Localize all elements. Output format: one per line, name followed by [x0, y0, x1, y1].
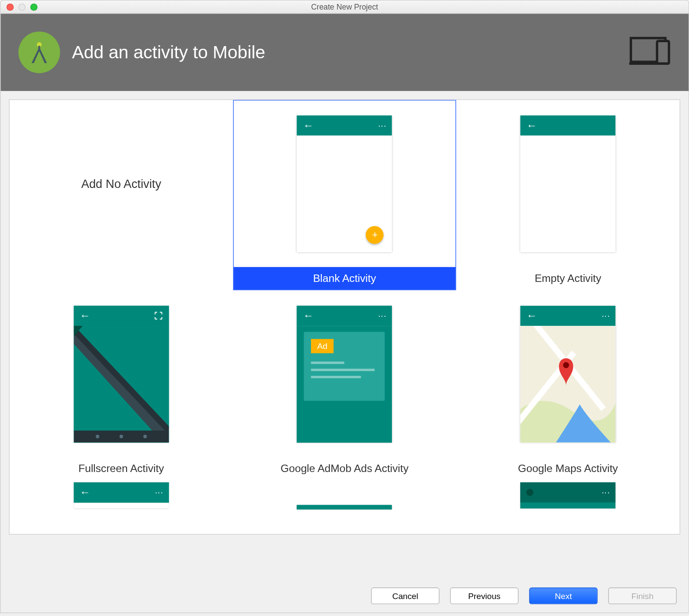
overflow-menu-icon: ⋮	[602, 489, 611, 496]
overflow-menu-icon: ⋮	[602, 312, 611, 319]
android-studio-logo-icon	[18, 31, 60, 73]
svg-point-11	[120, 435, 123, 438]
back-arrow-icon: ←	[526, 119, 537, 132]
activity-gallery: Add No Activity · ← ⋮ +	[9, 99, 680, 535]
wizard-footer: Cancel Previous Next Finish	[0, 579, 689, 613]
activity-option-partial[interactable]: ⋮	[456, 481, 680, 510]
back-arrow-icon: ←	[80, 486, 90, 499]
next-button[interactable]: Next	[529, 588, 598, 604]
dialog-window: Create New Project Add an activity to Mo…	[0, 0, 689, 613]
back-arrow-icon: ←	[303, 310, 314, 322]
activity-option-partial[interactable]: ← ⋮	[10, 481, 233, 510]
activity-option-google-maps[interactable]: ← ⋮	[456, 290, 680, 480]
fab-icon: +	[366, 226, 384, 244]
activity-option-fullscreen-activity[interactable]: ← ⛶	[10, 290, 233, 480]
activity-option-google-admob[interactable]: ← ⋮ Ad Google AdMob Ads Activity	[233, 290, 456, 480]
activity-option-blank-activity[interactable]: ← ⋮ + Blank Activity	[233, 100, 456, 290]
activity-gallery-container: Add No Activity · ← ⋮ +	[0, 91, 689, 543]
svg-rect-1	[38, 46, 40, 52]
traffic-lights	[0, 3, 37, 10]
phone-preview: ← ⋮ +	[297, 115, 392, 252]
phone-preview: ⋮	[520, 482, 615, 509]
activity-label: Empty Activity	[457, 267, 679, 290]
phone-preview: ← ⋮	[520, 306, 615, 442]
activity-label: Blank Activity	[234, 267, 456, 290]
phone-preview: ← ⋮ Ad	[297, 306, 392, 442]
activity-option-empty-activity[interactable]: ← Empty Activity	[456, 100, 680, 290]
activity-label: Fullscreen Activity	[10, 457, 232, 480]
svg-rect-4	[629, 63, 667, 65]
page-title: Add an activity to Mobile	[72, 42, 265, 62]
back-arrow-icon: ←	[80, 310, 90, 322]
activity-option-add-no-activity[interactable]: Add No Activity ·	[10, 100, 233, 290]
phone-preview: ←	[520, 115, 615, 252]
window-title: Create New Project	[311, 2, 378, 11]
device-form-factor-icon	[629, 36, 671, 68]
finish-button: Finish	[608, 588, 676, 604]
titlebar: Create New Project	[0, 0, 689, 13]
back-arrow-icon: ←	[303, 119, 314, 132]
phone-preview: ← ⋮	[74, 482, 169, 509]
fullscreen-icon: ⛶	[154, 311, 163, 321]
close-icon[interactable]	[7, 3, 13, 10]
minimize-icon	[18, 3, 25, 10]
cancel-button[interactable]: Cancel	[371, 588, 439, 604]
svg-rect-3	[657, 41, 669, 64]
phone-preview: ← ⛶	[74, 306, 169, 442]
overflow-menu-icon: ⋮	[378, 122, 387, 129]
activity-label: Add No Activity	[81, 177, 161, 191]
svg-point-12	[143, 435, 147, 438]
activity-option-partial[interactable]	[233, 481, 456, 510]
ad-badge: Ad	[311, 339, 334, 353]
overflow-menu-icon: ⋮	[155, 489, 164, 496]
zoom-icon[interactable]	[30, 3, 37, 10]
overflow-menu-icon: ⋮	[378, 312, 387, 319]
svg-point-10	[96, 435, 99, 438]
activity-label: Google Maps Activity	[457, 457, 679, 480]
wizard-header: Add an activity to Mobile	[0, 13, 689, 91]
previous-button[interactable]: Previous	[450, 588, 518, 604]
activity-label: Google AdMob Ads Activity	[234, 457, 456, 480]
back-arrow-icon: ←	[526, 310, 537, 322]
svg-point-14	[563, 362, 569, 368]
